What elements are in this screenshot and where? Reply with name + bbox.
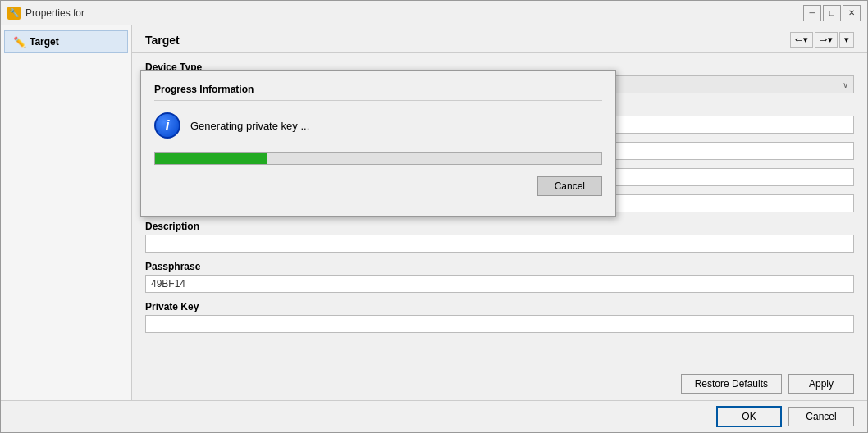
panel-header: Target ⇐ ▾ ⇒ ▾ ▾ [132,25,867,53]
nav-forward-button[interactable]: ⇒ ▾ [815,32,838,48]
restore-defaults-button[interactable]: Restore Defaults [681,374,782,394]
progress-cancel-row: Cancel [154,176,602,196]
target-icon: ✏️ [13,36,25,48]
nav-menu-button[interactable]: ▾ [839,32,854,48]
progress-message-row: i Generating private key ... [154,112,602,139]
panel-title: Target [145,34,180,47]
minimize-button[interactable]: ─ [803,5,821,21]
forward-arrow-icon: ⇒ [820,34,827,45]
app-icon: 🔧 [7,7,21,20]
nav-buttons: ⇐ ▾ ⇒ ▾ ▾ [790,32,854,48]
title-bar: 🔧 Properties for ─ □ ✕ [1,1,867,25]
progress-bar-container [154,152,602,165]
menu-dropdown-icon: ▾ [844,34,849,45]
title-bar-buttons: ─ □ ✕ [803,5,861,21]
apply-button[interactable]: Apply [788,374,854,394]
cancel-button[interactable]: Cancel [788,407,854,426]
right-panel: Target ⇐ ▾ ⇒ ▾ ▾ [132,25,867,400]
main-content: ✏️ Target Target ⇐ ▾ ⇒ ▾ [1,25,867,400]
nav-back-button[interactable]: ⇐ ▾ [790,32,813,48]
progress-overlay: Progress Information i Generating privat… [132,53,867,367]
maximize-button[interactable]: □ [823,5,841,21]
sidebar-item-target[interactable]: ✏️ Target [4,30,128,53]
back-arrow-icon: ⇐ [795,34,802,45]
ok-button[interactable]: OK [716,406,782,427]
panel-body: Device Type LG Smart TV ∨ Device Name we… [132,53,867,367]
progress-bar-fill [155,153,267,164]
close-button[interactable]: ✕ [843,5,861,21]
progress-cancel-button[interactable]: Cancel [537,176,602,196]
progress-dialog-title: Progress Information [154,84,602,101]
footer: OK Cancel [1,400,867,432]
back-dropdown-icon: ▾ [803,34,808,45]
progress-dialog: Progress Information i Generating privat… [140,70,616,217]
title-bar-left: 🔧 Properties for [7,7,85,20]
progress-message: Generating private key ... [190,120,309,132]
panel-actions: Restore Defaults Apply [132,367,867,400]
window-title: Properties for [25,7,85,19]
sidebar-item-label: Target [30,36,59,48]
forward-dropdown-icon: ▾ [828,34,833,45]
sidebar: ✏️ Target [1,25,132,400]
info-icon: i [154,112,180,139]
main-window: 🔧 Properties for ─ □ ✕ ✏️ Target Target [0,0,868,433]
